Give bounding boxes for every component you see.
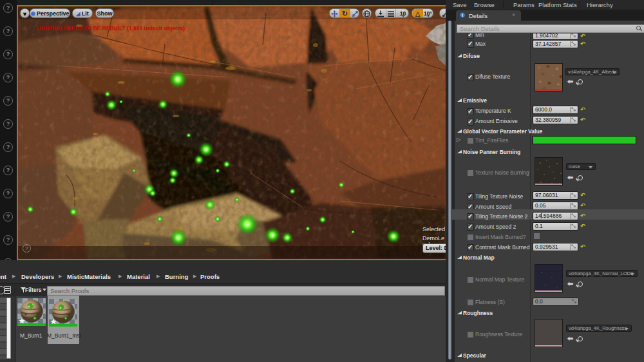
- svg-text:i: i: [462, 13, 463, 17]
